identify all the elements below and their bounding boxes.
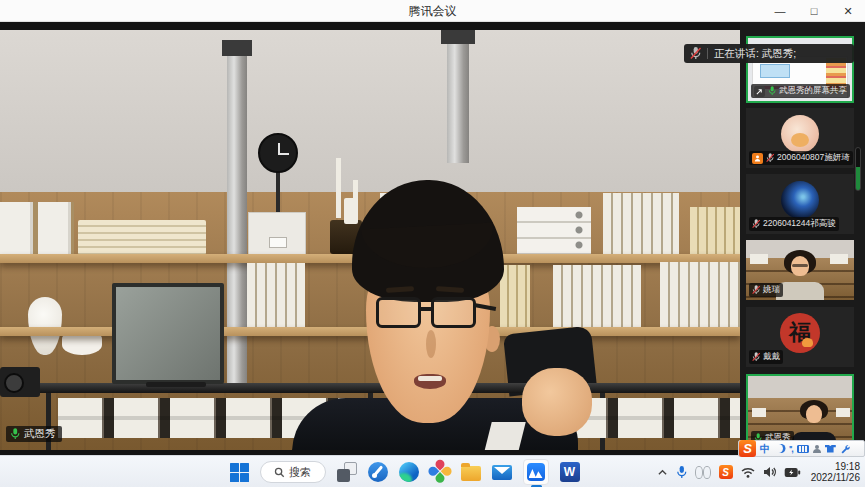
mic-muted-icon — [752, 219, 760, 229]
sidebar-scrollbar[interactable] — [855, 147, 861, 191]
shelf-metal-post — [447, 33, 469, 163]
close-button[interactable]: ✕ — [831, 0, 865, 22]
banner-divider — [707, 48, 708, 59]
participant-avatar: 福 — [780, 313, 820, 353]
edge-browser-icon[interactable] — [399, 462, 419, 482]
avatar-character: 福 — [789, 318, 811, 348]
mini-person-face — [791, 256, 809, 276]
speaker-collar — [484, 422, 525, 450]
mini-shelf-box — [750, 254, 768, 264]
participant-avatar — [781, 181, 819, 219]
participant-name: 姚瑞 — [763, 284, 780, 296]
participant-thumbnail[interactable]: 福 戴戴 — [746, 307, 854, 367]
television-stand — [146, 382, 206, 387]
participant-name-tag: 2006040807施妍琦 — [749, 151, 853, 165]
mini-person-body — [776, 282, 824, 300]
mini-shelf-box — [836, 408, 850, 417]
tray-microphone-icon[interactable] — [676, 466, 687, 479]
tray-date: 2022/11/26 — [811, 472, 860, 483]
tools-app-icon[interactable] — [368, 462, 388, 482]
speaker-mouth — [414, 374, 446, 389]
ime-toolbar: S 中 '', — [738, 440, 865, 457]
shelf-books — [690, 207, 740, 254]
window-controls: — □ ✕ — [763, 0, 865, 22]
battery-icon[interactable] — [784, 467, 801, 478]
start-button[interactable] — [230, 463, 249, 482]
mic-muted-icon — [752, 285, 760, 295]
maximize-button[interactable]: □ — [797, 0, 831, 22]
skin-icon[interactable] — [825, 445, 836, 453]
participant-name-tag: 戴戴 — [749, 350, 783, 364]
shared-document-figure — [760, 64, 790, 78]
tray-sogou-icon[interactable]: S — [719, 465, 733, 479]
voice-input-icon[interactable] — [813, 445, 821, 453]
participant-name: 2006040807施妍琦 — [777, 152, 850, 164]
participant-thumbnail-self[interactable]: 武恩秀 — [746, 374, 854, 450]
mini-shelf-box — [830, 254, 848, 264]
speaking-indicator-banner: 正在讲话: 武恩秀; — [684, 44, 854, 63]
file-explorer-icon[interactable] — [461, 466, 481, 481]
participant-name: 2206041244祁高骏 — [763, 218, 836, 230]
shelf-books — [603, 193, 679, 254]
mini-shelf-box — [752, 408, 766, 417]
tencent-meeting-taskbar-button[interactable] — [523, 459, 549, 485]
clock-stand — [276, 171, 280, 212]
television — [112, 283, 224, 384]
search-icon — [274, 467, 285, 478]
speaker-glasses — [376, 297, 421, 328]
speaker-glasses-bridge — [419, 307, 433, 311]
full-half-width-icon[interactable] — [774, 444, 783, 453]
soft-keyboard-icon[interactable] — [797, 445, 809, 453]
participant-name-tag: 2206041244祁高骏 — [749, 217, 839, 231]
shelf-book-stack — [78, 220, 206, 255]
cn-en-toggle-icon[interactable]: 中 — [760, 442, 770, 456]
mic-active-icon — [10, 428, 20, 440]
sogou-logo-icon[interactable]: S — [739, 440, 756, 457]
task-view-button[interactable] — [337, 462, 357, 482]
tray-chevron-up-icon[interactable] — [657, 468, 668, 477]
tray-clock[interactable]: 19:18 2022/11/26 — [811, 461, 860, 483]
participant-thumbnail[interactable]: 姚瑞 — [746, 240, 854, 300]
participant-avatar — [781, 115, 819, 153]
candle — [336, 158, 341, 218]
punctuation-icon[interactable]: '', — [789, 444, 793, 454]
mic-muted-icon — [752, 352, 760, 362]
shelf-books — [553, 265, 641, 327]
desktop: 腾讯会议 — □ ✕ — [0, 0, 865, 487]
glasses-device-icon[interactable] — [695, 466, 711, 478]
participant-name-tag: 武恩秀的屏幕共享 — [751, 84, 850, 98]
shelf-file-boxes — [0, 202, 74, 255]
search-box[interactable]: 搜索 — [260, 461, 326, 483]
speaking-banner-text: 正在讲话: 武恩秀; — [714, 47, 796, 61]
tencent-meeting-icon — [527, 463, 545, 481]
search-label: 搜索 — [289, 465, 311, 480]
participant-thumbnail[interactable]: 2206041244祁高骏 — [746, 174, 854, 234]
word-app-icon[interactable]: W — [560, 462, 580, 482]
speaker-glasses — [431, 297, 476, 328]
mail-app-icon[interactable] — [492, 465, 512, 480]
minimize-button[interactable]: — — [763, 0, 797, 22]
candle — [344, 198, 358, 224]
shelf-storage-box — [248, 212, 306, 255]
speaker-raised-fist — [522, 368, 592, 436]
participant-name: 武恩秀的屏幕共享 — [779, 85, 847, 97]
main-video[interactable]: 武恩秀 — [0, 30, 740, 450]
mic-muted-icon — [690, 47, 701, 60]
shelf-document-trays — [517, 207, 591, 254]
photos-app-icon[interactable] — [425, 458, 453, 486]
system-tray: S 19:18 2022/11/26 — [657, 456, 860, 487]
shelf-post-cap — [441, 30, 475, 44]
participant-thumbnail[interactable]: 2006040807施妍琦 — [746, 108, 854, 168]
main-speaker-name: 武恩秀 — [24, 427, 56, 441]
storage-box-label — [269, 237, 287, 248]
main-speaker-name-tag: 武恩秀 — [6, 426, 62, 442]
window-title: 腾讯会议 — [0, 0, 865, 22]
volume-icon[interactable] — [763, 466, 776, 478]
tray-time: 19:18 — [835, 461, 860, 472]
toolbox-wrench-icon[interactable] — [840, 444, 850, 454]
participant-name-tag: 姚瑞 — [749, 283, 783, 297]
taskbar: 搜索 W — [0, 455, 865, 487]
shelf-post-cap — [222, 40, 252, 56]
wifi-icon[interactable] — [741, 467, 755, 478]
speaker-nose — [426, 330, 436, 358]
